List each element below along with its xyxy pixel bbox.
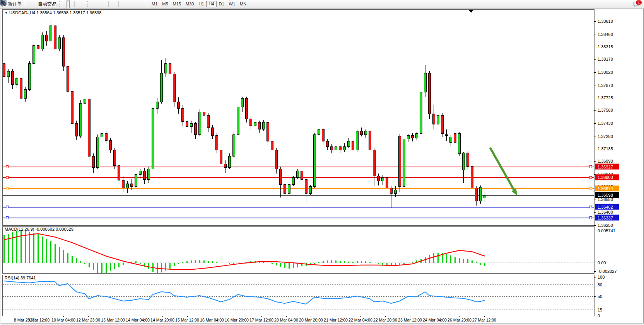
signals-button[interactable] (33, 0, 36, 8)
date-axis-label: 24 Mar 04:00 (423, 318, 447, 322)
price-axis-label: 1.37725 (598, 95, 613, 100)
chart-canvas[interactable]: 1.386101.384601.383151.381701.380201.378… (0, 9, 644, 325)
auto-scroll-button[interactable] (91, 0, 94, 8)
new-order-label: 新订单 (8, 1, 22, 7)
timeframe-h4-button[interactable]: H4 (206, 1, 216, 7)
notification-badge: 1 (635, 0, 642, 5)
svg-text:1.36337: 1.36337 (598, 216, 613, 220)
svg-text:1.36462: 1.36462 (598, 205, 613, 209)
price-axis-label: 1.37580 (598, 108, 613, 112)
date-axis-label: 9 Mar 12:00 (28, 318, 50, 322)
price-axis-label: 1.38610 (598, 19, 613, 24)
market-watch-button[interactable] (27, 0, 30, 8)
price-axis-label: 1.37135 (598, 146, 613, 151)
toolbar-grip[interactable] (59, 1, 62, 7)
svg-text:1.36598: 1.36598 (598, 193, 613, 197)
rsi-axis-label: 100 (598, 275, 605, 279)
rsi-axis-label: 50 (598, 294, 602, 299)
macd-axis-label: 0.00 (598, 260, 606, 265)
cursor-button[interactable] (111, 0, 114, 8)
add-indicator-button[interactable] (97, 0, 101, 8)
date-axis-label: 20 Mar 04:00 (274, 318, 298, 322)
search-icon[interactable] (0, 0, 6, 6)
autotrading-label: 自动交易 (38, 1, 56, 7)
toolbar-grip[interactable] (87, 1, 90, 7)
autotrading-button[interactable]: 自动交易 (36, 0, 58, 8)
trendline-button[interactable] (127, 0, 130, 8)
chart-shift-button[interactable] (94, 0, 97, 8)
date-axis-label: 23 Mar 12:00 (398, 318, 422, 322)
collapse-chart-icon[interactable]: ▼ (5, 11, 8, 15)
notifications-button[interactable]: 1 (633, 1, 640, 7)
templates-button[interactable] (104, 0, 107, 8)
price-axis-label: 1.36990 (598, 159, 613, 163)
timeframe-m30-button[interactable]: M30 (183, 1, 196, 7)
macd-axis-label: 0.005741 (598, 228, 615, 233)
price-axis-label: 1.38460 (598, 32, 613, 37)
timeframe-d1-button[interactable]: D1 (217, 1, 227, 7)
chart-window: ▼USDCAD-,H4 1.36564 1.36598 1.36517 1.36… (0, 9, 644, 325)
crosshair-button[interactable] (114, 0, 117, 8)
timeframe-mn-button[interactable]: MN (237, 1, 249, 7)
date-axis-label: 17 Mar 12:00 (249, 318, 273, 322)
svg-text:1.36927: 1.36927 (598, 165, 613, 169)
date-axis-label: 14 Mar 20:00 (150, 318, 174, 322)
horizontal-line-button[interactable] (124, 0, 127, 8)
chart-title: ▼USDCAD-,H4 1.36564 1.36598 1.36517 1.36… (5, 10, 101, 15)
date-axis-label: 12 Mar 23:00 (76, 318, 100, 322)
text-label-button[interactable]: T (139, 0, 142, 8)
date-axis-label: 22 Mar 20:00 (373, 318, 397, 322)
date-axis-label: 16 Mar 20:00 (225, 318, 249, 322)
tile-windows-button[interactable] (83, 0, 86, 8)
date-axis-label: 22 Mar 04:00 (348, 318, 372, 322)
toolbar-separator (118, 1, 119, 7)
timeframe-m1-button[interactable]: M1 (149, 1, 160, 7)
svg-text:1.36674: 1.36674 (598, 186, 613, 191)
profile-button[interactable] (30, 0, 33, 8)
date-axis-label: 20 Mar 20:00 (299, 318, 323, 322)
zoom-out-button[interactable] (80, 0, 83, 8)
timeframe-m15-button[interactable]: M15 (171, 1, 183, 7)
toolbar-separator (108, 1, 109, 7)
date-axis-label: 10 Mar 04:00 (51, 318, 75, 322)
svg-text:1.36803: 1.36803 (598, 175, 613, 180)
candlestick-chart-button[interactable] (67, 0, 70, 8)
price-axis-label: 1.37280 (598, 134, 613, 139)
timeframe-w1-button[interactable]: W1 (227, 1, 238, 7)
chart-title-text: USDCAD-,H4 1.36564 1.36598 1.36517 1.365… (9, 10, 102, 15)
timeframe-m5-button[interactable]: M5 (160, 1, 170, 7)
equidistant-channel-button[interactable]: E (130, 0, 133, 8)
price-axis-label: 1.37870 (598, 83, 613, 88)
toolbar-separator (25, 1, 26, 7)
price-axis-label: 1.36250 (598, 223, 613, 228)
macd-axis-label: -0.002027 (598, 269, 617, 274)
price-axis-label: 1.37430 (598, 121, 613, 126)
date-axis-label: 16 Mar 04:00 (200, 318, 224, 322)
fibonacci-button[interactable]: F (133, 0, 136, 8)
toolbar-separator (147, 1, 148, 7)
line-chart-button[interactable] (70, 0, 73, 8)
date-axis-label: 21 Mar 12:00 (324, 318, 348, 322)
rsi-indicator-label: RSI(14) 39.7641 (5, 276, 36, 280)
new-order-button[interactable]: 新订单 (6, 0, 23, 8)
arrows-button[interactable] (142, 0, 145, 8)
timeframe-h1-button[interactable]: H1 (196, 1, 206, 7)
zoom-in-button[interactable] (77, 0, 80, 8)
mt4-window: 新订单 (0, 0, 644, 325)
periods-button[interactable] (101, 0, 104, 8)
main-toolbar: 新订单 (0, 0, 644, 9)
bar-chart-button[interactable] (63, 0, 67, 8)
vertical-line-button[interactable] (121, 0, 124, 8)
toolbar-separator (74, 1, 75, 7)
rsi-axis-label: 0 (598, 313, 600, 318)
price-axis-label: 1.38020 (598, 70, 613, 75)
date-axis-label: 13 Mar 12:00 (101, 318, 125, 322)
date-axis-label: 15 Mar 12:00 (175, 318, 199, 322)
price-axis-label: 1.36400 (598, 210, 613, 214)
text-button[interactable]: A (136, 0, 139, 8)
price-axis-label: 1.38170 (598, 57, 613, 61)
rsi-axis-label: 15 (598, 308, 602, 312)
date-axis-label: 26 Mar 23:00 (448, 318, 471, 322)
macd-indicator-label: MACD(12,26,9) -0.000602 0.000529 (5, 227, 73, 231)
date-axis-label: 27 Mar 12:00 (472, 318, 496, 322)
